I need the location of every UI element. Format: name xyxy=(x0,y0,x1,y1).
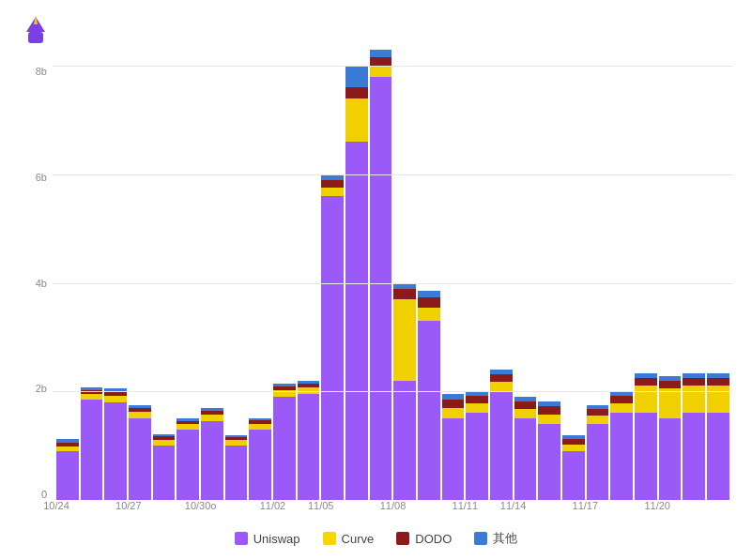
bar-segment xyxy=(225,446,248,500)
bar-segment xyxy=(587,416,609,424)
bar-segment xyxy=(345,66,368,87)
bar-segment xyxy=(129,412,151,418)
bar-segment xyxy=(345,98,368,142)
bar-segment xyxy=(538,406,560,414)
bar-segment xyxy=(466,403,488,413)
bar-segment xyxy=(562,451,585,500)
bar-segment xyxy=(129,418,151,500)
bar-segment xyxy=(370,50,392,58)
bar-segment xyxy=(418,321,440,500)
legend-label: Uniswap xyxy=(253,532,300,546)
bar-segment xyxy=(659,418,682,500)
x-axis-label: 11/17 xyxy=(573,500,599,511)
bars-and-grid: 10/2410/2710/30o11/0211/0511/0811/1111/1… xyxy=(53,66,733,522)
legend-label: Curve xyxy=(342,532,375,546)
bar-stack xyxy=(225,435,248,500)
bar-stack xyxy=(249,418,271,500)
x-axis-label: 10/30o xyxy=(185,500,217,511)
bar-stack xyxy=(370,50,392,500)
bar-segment xyxy=(610,396,633,403)
bar-stack xyxy=(81,387,103,500)
bar-stack xyxy=(635,373,657,500)
bar-segment xyxy=(153,446,176,500)
bar-segment xyxy=(635,378,657,386)
y-axis-label: 2b xyxy=(36,383,47,394)
bar-segment xyxy=(707,413,729,500)
legend-item: Uniswap xyxy=(235,530,300,547)
bar-segment xyxy=(538,424,560,500)
bar-segment xyxy=(345,142,368,500)
bar-segment xyxy=(683,413,705,500)
bar-segment xyxy=(490,391,513,500)
bar-segment xyxy=(321,196,344,500)
bar-stack xyxy=(442,394,465,500)
bar-segment xyxy=(418,291,440,297)
legend-color xyxy=(323,532,336,545)
bar-segment xyxy=(442,400,465,408)
chart-area: 8b6b4b2b0 10/2410/2710/30o11/0211/0511/0… xyxy=(19,66,733,551)
bar-segment xyxy=(659,381,682,388)
bar-stack xyxy=(538,401,560,500)
bar-stack xyxy=(610,391,633,500)
legend-color xyxy=(235,532,248,545)
logo-icon xyxy=(19,15,53,49)
bar-stack xyxy=(683,373,705,500)
grid-line xyxy=(53,391,733,392)
legend-item: DODO xyxy=(396,530,452,547)
logo xyxy=(19,15,58,49)
bar-stack xyxy=(56,439,79,500)
svg-rect-2 xyxy=(28,32,43,43)
bar-segment xyxy=(176,430,199,500)
bar-segment xyxy=(345,87,368,98)
legend-item: Curve xyxy=(323,530,375,547)
bar-stack xyxy=(153,434,176,500)
bar-segment xyxy=(418,308,440,321)
bar-segment xyxy=(393,299,416,381)
bar-segment xyxy=(466,396,488,403)
y-axis-label: 6b xyxy=(36,172,47,183)
x-axis-label: 10/27 xyxy=(115,500,142,511)
y-axis-label: 0 xyxy=(41,489,47,500)
chart-inner: 8b6b4b2b0 10/2410/2710/30o11/0211/0511/0… xyxy=(19,66,733,522)
bar-stack xyxy=(321,174,344,500)
bar-segment xyxy=(81,400,103,500)
grid-and-bars xyxy=(53,66,733,500)
x-axis-label: 11/02 xyxy=(260,500,286,511)
legend: UniswapCurveDODO其他 xyxy=(19,522,733,551)
bar-segment xyxy=(587,409,609,416)
grid-line xyxy=(53,283,733,284)
bar-segment xyxy=(587,424,609,500)
bar-segment xyxy=(201,421,223,500)
bar-segment xyxy=(442,418,465,500)
x-axis-label: 10/24 xyxy=(43,500,69,511)
x-axis: 10/2410/2710/30o11/0211/0511/0811/1111/1… xyxy=(53,500,733,522)
bar-segment xyxy=(370,77,392,500)
bar-segment xyxy=(514,418,537,500)
legend-color xyxy=(396,532,409,545)
y-axis: 8b6b4b2b0 xyxy=(19,66,53,522)
x-axis-label: 11/05 xyxy=(308,500,334,511)
legend-label: 其他 xyxy=(493,530,517,547)
bar-segment xyxy=(538,415,560,424)
y-axis-label: 4b xyxy=(36,278,47,289)
bar-segment xyxy=(104,402,127,500)
bar-segment xyxy=(321,180,344,189)
legend-item: 其他 xyxy=(474,530,517,547)
bar-stack xyxy=(514,396,537,500)
bar-segment xyxy=(201,415,223,421)
bar-segment xyxy=(393,283,416,290)
bar-stack xyxy=(490,370,513,500)
page-container: 8b6b4b2b0 10/2410/2710/30o11/0211/0511/0… xyxy=(0,0,752,560)
bar-segment xyxy=(104,396,127,402)
bar-segment xyxy=(393,289,416,298)
bar-segment xyxy=(442,408,465,419)
bar-segment xyxy=(298,394,320,500)
bar-segment xyxy=(683,378,705,386)
legend-label: DODO xyxy=(415,532,452,546)
x-axis-label: 11/11 xyxy=(453,500,479,511)
bar-segment xyxy=(610,413,633,500)
bar-stack xyxy=(466,391,488,500)
header xyxy=(19,15,733,49)
bar-segment xyxy=(56,451,79,500)
bar-stack xyxy=(587,405,609,500)
